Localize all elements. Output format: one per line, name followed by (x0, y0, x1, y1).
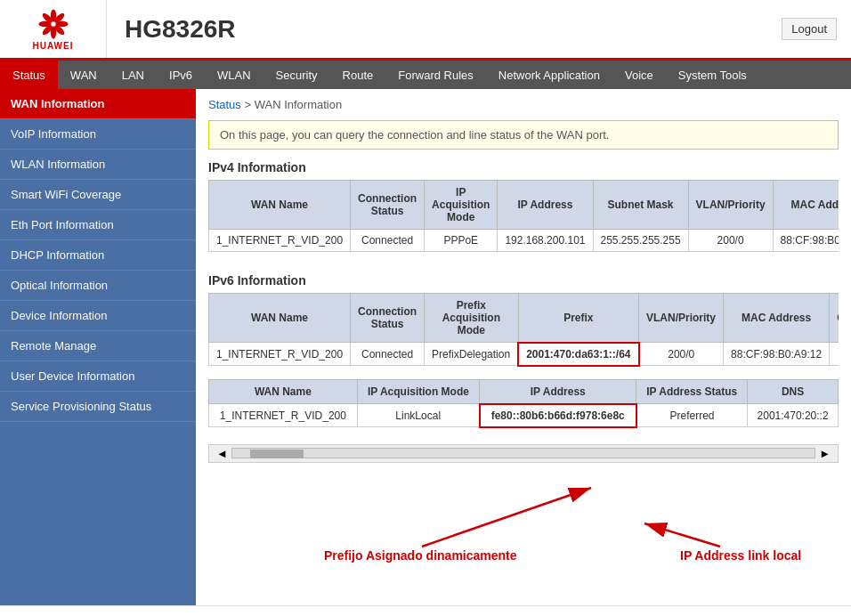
sidebar-item-eth-port[interactable]: Eth Port Information (0, 210, 196, 240)
ipv4-table: WAN Name ConnectionStatus IP Acquisition… (208, 180, 839, 252)
ipv6-section-title: IPv6 Information (208, 273, 839, 288)
ipv4-col-wan-name: WAN Name (209, 181, 351, 230)
nav-wan[interactable]: WAN (58, 61, 109, 89)
sidebar-item-optical[interactable]: Optical Information (0, 271, 196, 301)
nav-route[interactable]: Route (330, 61, 386, 89)
ipv4-col-subnet: Subnet Mask (593, 181, 688, 230)
annotations-area: Prefijo Asignado dinamicamente IP Addres… (208, 468, 839, 584)
ipv4-cell-vlan: 200/0 (688, 230, 773, 252)
huawei-logo (32, 7, 75, 41)
ipv6a-cell-ip-status: Preferred (636, 404, 748, 427)
nav-lan[interactable]: LAN (109, 61, 157, 89)
sidebar-item-service-prov[interactable]: Service Provisioning Status (0, 392, 196, 422)
logo-area: HUAWEI (0, 0, 107, 58)
sidebar-item-user-device[interactable]: User Device Information (0, 361, 196, 392)
ipv6-col-prefix: Prefix (518, 294, 638, 343)
scroll-left-arrow[interactable]: ◄ (213, 447, 231, 460)
ipv4-cell-mac: 88:CF:98:B0:A9:12 (773, 230, 839, 252)
ipv6-col-prefix-mode: Prefix AcquisitionMode (425, 294, 519, 343)
svg-line-9 (422, 488, 591, 547)
ipv6-col-wan-name: WAN Name (209, 294, 351, 343)
ipv6a-col-ip-status: IP Address Status (636, 379, 748, 404)
ipv6a-col-dns: DNS (748, 379, 839, 404)
ipv6-cell-prefix: 2001:470:da63:1::/64 (518, 343, 638, 366)
nav-security[interactable]: Security (263, 61, 330, 89)
sidebar-item-remote-manage[interactable]: Remote Manage (0, 331, 196, 361)
ipv6-addr-table: WAN Name IP Acquisition Mode IP Address … (208, 379, 839, 428)
nav-wlan[interactable]: WLAN (205, 61, 263, 89)
ipv6a-cell-dns: 2001:470:20::2 (748, 404, 839, 427)
ipv6a-table-row: 1_INTERNET_R_VID_200 LinkLocal fe80::80b… (209, 404, 839, 427)
ipv4-col-ip-addr: IP Address (498, 181, 593, 230)
info-box: On this page, you can query the connecti… (208, 120, 839, 150)
breadcrumb-root[interactable]: Status (208, 98, 241, 111)
nav-ipv6[interactable]: IPv6 (157, 61, 205, 89)
ipv6a-col-wan-name: WAN Name (209, 379, 358, 404)
ipv6-col-mac: MAC Address (724, 294, 830, 343)
content-area: Status > WAN Information On this page, y… (196, 89, 851, 605)
ipv4-col-ip-mode: IP AcquisitionMode (425, 181, 498, 230)
scroll-bar-area: ◄ ► (208, 444, 839, 463)
sidebar-item-smart-wifi[interactable]: Smart WiFi Coverage (0, 180, 196, 210)
ipv6-table: WAN Name ConnectionStatus Prefix Acquisi… (208, 293, 839, 367)
scroll-right-arrow[interactable]: ► (815, 447, 834, 460)
ipv4-col-conn-status: ConnectionStatus (351, 181, 425, 230)
nav-status[interactable]: Status (0, 61, 58, 89)
scroll-thumb[interactable] (250, 450, 304, 458)
device-name: HG8326R (107, 15, 782, 44)
nav-network-app[interactable]: Network Application (486, 61, 612, 89)
scroll-track (231, 448, 815, 458)
ipv6-addr-table-container: WAN Name IP Acquisition Mode IP Address … (208, 379, 839, 441)
ipv6a-cell-ip-addr: fe80::80b6:b66d:f978:6e8c (480, 404, 636, 427)
ipv4-cell-subnet: 255.255.255.255 (593, 230, 688, 252)
ipv4-cell-ip-addr: 192.168.200.101 (498, 230, 593, 252)
ipv6a-col-ip-addr: IP Address (480, 379, 636, 404)
nav-voice[interactable]: Voice (612, 61, 666, 89)
main-layout: WAN Information VoIP Information WLAN In… (0, 89, 851, 605)
sidebar-item-device-info[interactable]: Device Information (0, 301, 196, 331)
brand-name: HUAWEI (33, 41, 74, 51)
sidebar: WAN Information VoIP Information WLAN In… (0, 89, 196, 605)
breadcrumb: Status > WAN Information (208, 98, 839, 111)
ipv6-cell-conn-status: Connected (351, 343, 425, 366)
ipv6-table-row: 1_INTERNET_R_VID_200 Connected PrefixDel… (209, 343, 839, 366)
ipv6-cell-wan-name: 1_INTERNET_R_VID_200 (209, 343, 351, 366)
ipv4-cell-conn-status: Connected (351, 230, 425, 252)
sidebar-item-wlan-information[interactable]: WLAN Information (0, 150, 196, 180)
logout-button[interactable]: Logout (782, 18, 837, 40)
ipv6a-cell-wan-name: 1_INTERNET_R_VID_200 (209, 404, 358, 427)
ipv4-cell-ip-mode: PPPoE (425, 230, 498, 252)
sidebar-item-wan-information[interactable]: WAN Information (0, 89, 196, 119)
ipv6-cell-vlan: 200/0 (639, 343, 724, 366)
svg-line-10 (644, 523, 720, 547)
ipv6-cell-mac: 88:CF:98:B0:A9:12 (724, 343, 830, 366)
nav-system-tools[interactable]: System Tools (666, 61, 759, 89)
ipv6a-cell-ip-mode: LinkLocal (357, 404, 479, 427)
ip-annotation-label: IP Address link local (680, 548, 801, 563)
header: HUAWEI HG8326R Logout (0, 0, 851, 61)
ipv6a-col-ip-mode: IP Acquisition Mode (357, 379, 479, 404)
ipv4-table-row: 1_INTERNET_R_VID_200 Connected PPPoE 192… (209, 230, 839, 252)
footer: Copyright © Huawei Technologies Co., Ltd… (0, 605, 851, 616)
ipv4-cell-wan-name: 1_INTERNET_R_VID_200 (209, 230, 351, 252)
ipv4-table-container: WAN Name ConnectionStatus IP Acquisition… (208, 180, 839, 264)
sidebar-item-voip-information[interactable]: VoIP Information (0, 119, 196, 150)
ipv6-table-container: WAN Name ConnectionStatus Prefix Acquisi… (208, 293, 839, 379)
ipv6-cell-prefix-mode: PrefixDelegation (425, 343, 519, 366)
ipv6-col-conn-status: ConnectionStatus (351, 294, 425, 343)
breadcrumb-separator: > (244, 98, 254, 111)
ipv4-col-vlan: VLAN/Priority (688, 181, 773, 230)
arrows-svg (208, 468, 851, 584)
navbar: Status WAN LAN IPv6 WLAN Security Route … (0, 61, 851, 89)
breadcrumb-current: WAN Information (255, 98, 343, 111)
sidebar-item-dhcp[interactable]: DHCP Information (0, 240, 196, 271)
ipv4-col-mac: MAC Address (773, 181, 839, 230)
prefix-annotation-label: Prefijo Asignado dinamicamente (324, 548, 517, 563)
nav-forward-rules[interactable]: Forward Rules (385, 61, 486, 89)
ipv6-cell-gateway: -- (830, 343, 839, 366)
ipv6-col-gateway: Gateway (830, 294, 839, 343)
ipv6-col-vlan: VLAN/Priority (639, 294, 724, 343)
ipv4-section-title: IPv4 Information (208, 160, 839, 174)
